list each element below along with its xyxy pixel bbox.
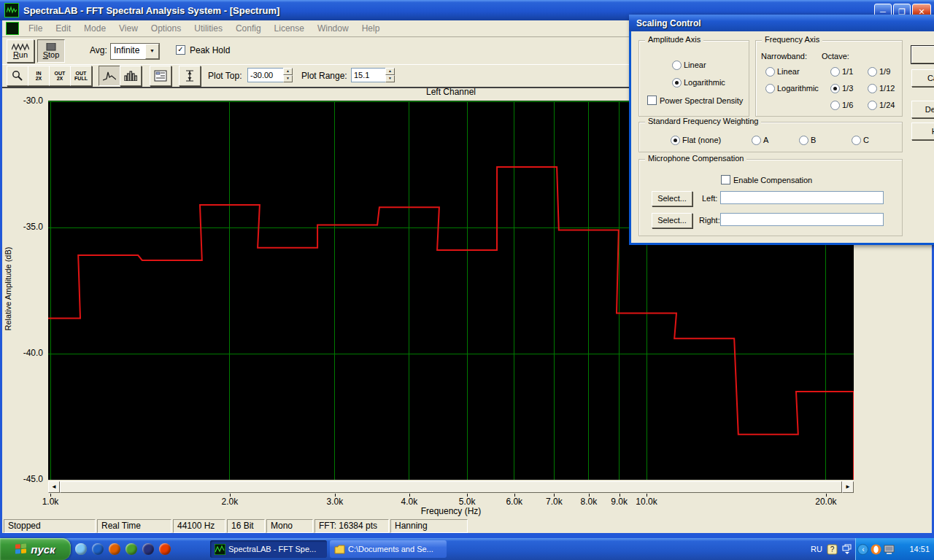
start-button[interactable]: пуск [0,538,71,560]
line-plot-view-button[interactable] [99,66,120,86]
octave-1-3-radio[interactable] [830,84,840,93]
menu-options[interactable]: Options [144,23,188,34]
select-right-button[interactable]: Select... [652,213,692,228]
quick-launch-icon-4[interactable] [126,543,137,555]
spin-down-icon[interactable]: ▼ [385,75,395,82]
scroll-left-icon[interactable]: ◄ [48,481,60,493]
zoom-in-2x-button[interactable]: IN 2X [28,66,50,86]
scrollbar-thumb[interactable] [60,481,842,493]
weighting-c-radio[interactable] [852,136,861,145]
psd-checkbox[interactable] [647,96,657,105]
octave-1-6-radio[interactable] [830,101,840,110]
dialog-title: Scaling Control [636,18,701,28]
vertical-scale-icon [185,69,195,82]
windows-logo-icon [15,543,27,554]
plot-range-label: Plot Range: [301,71,347,81]
menu-file[interactable]: File [22,23,49,34]
help-icon[interactable]: ? [827,544,838,555]
status-cell: 16 Bit [227,519,265,533]
stop-button[interactable]: Stop [37,39,65,63]
list-options-icon [154,70,167,82]
taskbar-task-explorer[interactable]: C:\Documents and Se... [330,540,447,558]
status-cell: Hanning [390,519,468,533]
display-options-button[interactable] [150,66,171,86]
y-tick-label: -45.0 [0,474,43,484]
help-button[interactable]: Help [911,122,934,140]
y-axis-title: Relative Amplitude (dB) [4,234,12,343]
amplitude-linear-radio[interactable] [672,61,682,70]
x-tick-label: 8.0k [573,497,605,507]
menu-mode[interactable]: Mode [77,23,112,34]
plot-scrollbar[interactable]: ◄ ► [48,481,854,493]
window-border-bottom [0,533,934,538]
octave-1-1-radio[interactable] [830,67,840,77]
status-cell: FFT: 16384 pts [314,519,389,533]
mic-right-input[interactable] [720,213,884,226]
zoom-out-full-button[interactable]: OUT FULL [70,66,92,86]
spin-up-icon[interactable]: ▲ [283,68,293,75]
amplitude-logarithmic-radio[interactable] [672,78,682,88]
clock: 14:51 [909,545,930,553]
weighting-b-radio[interactable] [799,136,808,145]
display-icon[interactable] [884,544,895,555]
menu-config[interactable]: Config [229,23,268,34]
quick-launch-icon-3[interactable] [109,543,120,555]
plot-top-spinner[interactable]: ▲ ▼ [283,68,293,82]
avg-combobox[interactable]: Infinite ▼ [110,43,160,60]
menu-help[interactable]: Help [355,23,387,34]
plot-range-input[interactable] [351,68,386,82]
messenger-icon[interactable]: ‹ [857,544,868,555]
run-button[interactable]: Run [7,39,34,63]
chevron-down-icon[interactable]: ▼ [145,44,159,59]
mic-left-input[interactable] [720,191,884,204]
enable-compensation-checkbox[interactable] [721,175,730,184]
zoom-out-2x-button[interactable]: OUT 2X [49,66,71,86]
scaling-control-dialog: Scaling Control Amplitude Axis Linear Lo… [629,15,934,245]
quick-launch-icon-5[interactable] [142,543,154,555]
desktop: SpectraLAB - FFT Spectral Analysis Syste… [0,0,934,560]
narrowband-linear-radio[interactable] [765,67,775,77]
amplitude-scale-button[interactable] [179,66,201,86]
taskbar-task-spectralab[interactable]: SpectraLAB - FFT Spe... [210,540,327,558]
svg-text:‹: ‹ [862,545,864,553]
menu-license[interactable]: License [268,23,311,34]
peak-hold-checkbox[interactable] [176,45,185,55]
cancel-button[interactable]: Cancel [911,69,934,87]
weighting-flat-radio[interactable] [671,136,680,145]
select-left-button[interactable]: Select... [652,191,692,206]
restore-windows-icon[interactable] [842,544,852,555]
menu-window[interactable]: Window [311,23,355,34]
spin-up-icon[interactable]: ▲ [385,68,395,75]
ok-button[interactable]: OK [911,46,934,63]
quick-launch-icon-1[interactable] [75,543,87,555]
y-tick-label: -30.0 [0,96,43,106]
opera-icon[interactable] [871,544,881,555]
menu-utilities[interactable]: Utilities [188,23,229,34]
menu-edit[interactable]: Edit [49,23,77,34]
octave-1-9-radio[interactable] [868,67,877,77]
language-indicator[interactable]: RU [811,545,822,553]
spin-down-icon[interactable]: ▼ [283,75,293,82]
defaults-button[interactable]: Defaults [911,101,934,118]
y-tick-label: -40.0 [0,348,43,358]
x-tick-label: 20.0k [810,497,842,507]
octave-1-24-radio[interactable] [868,101,877,110]
plot-top-input[interactable] [247,68,284,82]
y-tick-label: -35.0 [0,222,43,232]
quick-launch-icon-2[interactable] [92,543,104,555]
octave-1-12-radio[interactable] [868,84,877,93]
bar-chart-icon [124,71,137,81]
zoom-button[interactable] [7,66,28,86]
plot-range-spinner[interactable]: ▲ ▼ [385,68,395,82]
dialog-titlebar[interactable]: Scaling Control [629,15,934,31]
x-tick-label: 6.0k [498,497,530,507]
menu-view[interactable]: View [112,23,144,34]
scroll-right-icon[interactable]: ► [842,481,854,493]
bar-plot-view-button[interactable] [120,66,142,86]
quick-launch-icon-6[interactable] [159,543,171,555]
spectralab-icon [215,544,225,555]
status-cell: Stopped [4,519,96,533]
status-bar: StoppedReal Time44100 Hz16 BitMonoFFT: 1… [2,518,932,533]
narrowband-logarithmic-radio[interactable] [765,84,775,93]
weighting-a-radio[interactable] [752,136,761,145]
